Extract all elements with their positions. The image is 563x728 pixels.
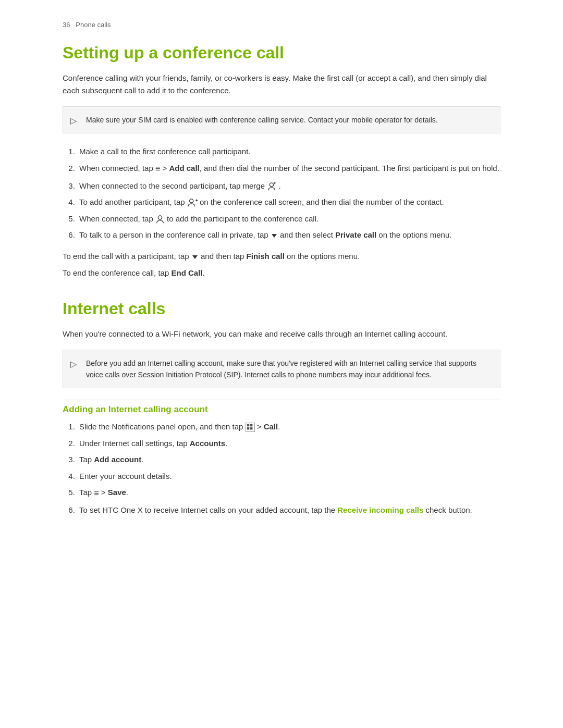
step-1-5: When connected, tap to add the participa… xyxy=(77,212,500,226)
section1-note-box: ▷ Make sure your SIM card is enabled wit… xyxy=(63,106,500,133)
step-2-2: Under Internet call settings, tap Accoun… xyxy=(77,437,500,450)
note-icon-1: ▷ xyxy=(70,114,77,128)
svg-rect-10 xyxy=(250,424,252,426)
step-1-3: When connected to the second participant… xyxy=(77,179,500,193)
section2-steps: Slide the Notifications panel open, and … xyxy=(77,420,500,516)
step-2-6: To set HTC One X to receive Internet cal… xyxy=(77,503,500,517)
svg-rect-12 xyxy=(250,427,252,429)
section1-note-text: Make sure your SIM card is enabled with … xyxy=(86,116,438,124)
step-1-4: To add another participant, tap on the c… xyxy=(77,195,500,209)
arrow-down-icon-1 xyxy=(271,232,278,239)
section1-end2: To end the conference call, tap End Call… xyxy=(63,267,500,279)
subsection-title: Adding an Internet calling account xyxy=(63,400,500,415)
section2-note-box: ▷ Before you add an Internet calling acc… xyxy=(63,350,500,389)
person-icon-1 xyxy=(155,215,165,224)
step-2-5: Tap > Save. xyxy=(77,486,500,500)
step-1-2: When connected, tap > Add call, and then… xyxy=(77,162,500,176)
page-number: 36 Phone calls xyxy=(63,21,500,29)
svg-rect-9 xyxy=(247,424,249,426)
section2-note-text: Before you add an Internet calling accou… xyxy=(86,359,476,379)
step-2-1: Slide the Notifications panel open, and … xyxy=(77,420,500,434)
svg-rect-11 xyxy=(247,427,249,429)
step-1-6: To talk to a person in the conference ca… xyxy=(77,228,500,242)
step-2-3: Tap Add account. xyxy=(77,453,500,466)
section1-end1: To end the call with a participant, tap … xyxy=(63,250,500,263)
section2-intro: When you're connected to a Wi-Fi network… xyxy=(63,328,500,340)
section1-steps: Make a call to the first conference call… xyxy=(77,145,500,241)
merge-person-icon xyxy=(267,182,276,191)
menu-icon-1 xyxy=(155,162,160,176)
svg-marker-7 xyxy=(272,234,277,238)
section1-intro: Conference calling with your friends, fa… xyxy=(63,72,500,97)
subsection-container: Adding an Internet calling account Slide… xyxy=(63,400,500,516)
grid-icon xyxy=(246,423,255,432)
menu-icon-2 xyxy=(94,486,99,500)
step-2-4: Enter your account details. xyxy=(77,470,500,483)
arrow-down-icon-2 xyxy=(191,253,199,261)
section2-title: Internet calls xyxy=(63,299,500,318)
svg-marker-8 xyxy=(192,255,198,259)
section1-title: Setting up a conference call xyxy=(63,43,500,63)
add-person-icon xyxy=(187,198,198,207)
svg-point-6 xyxy=(158,215,162,219)
note-icon-2: ▷ xyxy=(70,357,77,371)
svg-point-0 xyxy=(270,182,274,186)
step-1-1: Make a call to the first conference call… xyxy=(77,145,500,158)
svg-point-3 xyxy=(189,199,193,203)
